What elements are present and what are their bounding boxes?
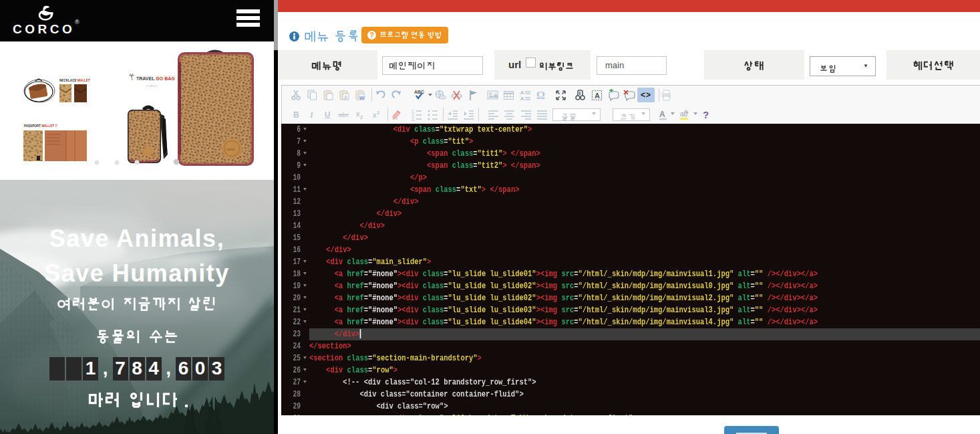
svg-text:corco: corco <box>226 147 234 151</box>
svg-text:A: A <box>659 110 665 119</box>
svg-text:A: A <box>520 96 524 102</box>
svg-text:W: W <box>359 94 365 100</box>
svg-text:C O R C O: C O R C O <box>146 85 158 88</box>
svg-text:A: A <box>343 94 347 100</box>
svg-text:2: 2 <box>377 110 379 116</box>
svg-text:B: B <box>293 110 299 120</box>
svg-text:NECKLACE WALLET: NECKLACE WALLET <box>59 79 90 82</box>
svg-text:A: A <box>520 90 524 96</box>
svg-text:2: 2 <box>360 114 363 120</box>
svg-text:U: U <box>325 110 330 118</box>
svg-text:A: A <box>595 92 600 100</box>
svg-text:TRAVEL GO BAG: TRAVEL GO BAG <box>136 76 175 81</box>
svg-text:Ω: Ω <box>536 90 545 101</box>
svg-text:PASSPORT WALLET 7: PASSPORT WALLET 7 <box>24 124 57 128</box>
svg-text:?: ? <box>703 109 709 120</box>
svg-text:3.: 3. <box>412 117 416 121</box>
svg-text:ABC: ABC <box>414 90 424 94</box>
svg-text:I: I <box>309 110 314 120</box>
